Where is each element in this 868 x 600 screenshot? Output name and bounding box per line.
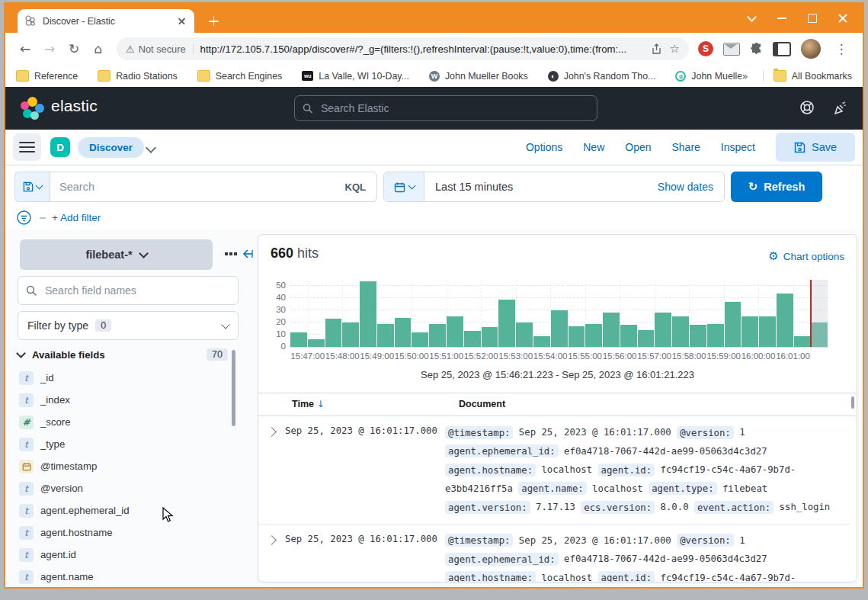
sidebar-extension-icon[interactable] xyxy=(773,42,791,56)
available-fields-header[interactable]: Available fields 70 xyxy=(18,348,228,361)
menu-hamburger-icon[interactable] xyxy=(13,133,41,161)
histogram-bar[interactable] xyxy=(342,322,359,347)
field-name-chip[interactable]: agent.id: xyxy=(598,464,655,476)
field-item-agentephemeralid[interactable]: tagent.ephemeral_id xyxy=(19,499,225,521)
field-search-box[interactable] xyxy=(18,276,239,305)
sidebar-options-icon[interactable] xyxy=(225,252,237,255)
extensions-puzzle-icon[interactable] xyxy=(750,43,763,56)
histogram-chart[interactable] xyxy=(290,280,828,348)
field-name-chip[interactable]: @timestamp: xyxy=(445,534,513,547)
field-name-chip[interactable]: @version: xyxy=(677,534,734,547)
extension-s-icon[interactable]: S xyxy=(698,41,713,56)
bookmark-john-mueller-books[interactable]: gJohn Mueller Books... xyxy=(675,71,741,82)
space-avatar[interactable]: D xyxy=(50,137,70,157)
field-name-chip[interactable]: agent.hostname: xyxy=(445,464,536,476)
new-tab-button[interactable] xyxy=(205,12,223,30)
sort-descending-icon[interactable]: ↓ xyxy=(316,399,324,409)
histogram-bar[interactable] xyxy=(725,302,741,347)
bookmark-search-engines[interactable]: Search Engines xyxy=(197,70,282,82)
field-item-index[interactable]: t_index xyxy=(19,389,225,411)
bookmark-la-valle-wi-10-day[interactable]: wuLa Valle, WI 10-Day... xyxy=(302,71,409,82)
field-name-chip[interactable]: agent.type: xyxy=(649,482,716,495)
window-close-icon[interactable] xyxy=(828,4,858,33)
histogram-bar[interactable] xyxy=(690,325,706,347)
toolbar-link-inspect[interactable]: Inspect xyxy=(721,141,755,153)
histogram-bar[interactable] xyxy=(672,316,689,347)
toolbar-link-new[interactable]: New xyxy=(583,141,604,153)
bookmark-star-icon[interactable]: ☆ xyxy=(670,42,680,56)
field-item-agenthostname[interactable]: tagent.hostname xyxy=(19,521,225,544)
histogram-bar[interactable] xyxy=(412,332,428,347)
sidebar-scrollbar[interactable] xyxy=(232,350,235,426)
field-name-chip[interactable]: agent.ephemeral_id: xyxy=(445,553,559,566)
field-name-chip[interactable]: agent.hostname: xyxy=(445,571,536,582)
histogram-bar[interactable] xyxy=(638,330,655,347)
query-input-box[interactable]: KQL xyxy=(50,172,377,202)
field-item-version[interactable]: t@version xyxy=(19,477,225,499)
histogram-bar[interactable] xyxy=(482,327,498,347)
global-search-box[interactable] xyxy=(294,95,597,121)
forward-icon[interactable]: → xyxy=(39,38,60,59)
not-secure-warning-icon[interactable]: ⚠ xyxy=(126,43,135,55)
toolbar-link-share[interactable]: Share xyxy=(672,141,700,153)
histogram-bar[interactable] xyxy=(794,336,811,347)
breadcrumb-chevron-icon[interactable] xyxy=(146,143,156,153)
field-item-id[interactable]: t_id xyxy=(19,367,225,389)
histogram-bar[interactable] xyxy=(308,339,325,347)
index-pattern-button[interactable]: filebeat-* xyxy=(20,239,213,270)
time-column-header[interactable]: Time ↓ xyxy=(292,399,325,409)
browser-tab[interactable]: Discover - Elastic xyxy=(18,9,194,33)
bookmark-john-s-random-tho[interactable]: ◐John's Random Tho... xyxy=(548,71,656,82)
histogram-bar[interactable] xyxy=(551,310,568,347)
bookmark-john-mueller-books[interactable]: WJohn Mueller Books xyxy=(429,71,528,82)
histogram-bar[interactable] xyxy=(290,332,307,347)
refresh-button[interactable]: ↻ Refresh xyxy=(731,172,822,202)
histogram-bar[interactable] xyxy=(777,294,793,347)
global-search-input[interactable] xyxy=(319,101,589,115)
histogram-bar[interactable] xyxy=(429,324,446,347)
reload-icon[interactable]: ↻ xyxy=(63,38,85,59)
field-item-agentid[interactable]: tagent.id xyxy=(19,544,225,566)
histogram-bar[interactable] xyxy=(447,316,463,347)
table-scrollbar[interactable] xyxy=(851,396,854,409)
share-icon[interactable] xyxy=(651,43,662,55)
window-minimize-icon[interactable] xyxy=(767,4,797,33)
field-name-chip[interactable]: agent.ephemeral_id: xyxy=(445,444,559,457)
profile-avatar[interactable] xyxy=(801,39,821,59)
query-search-input[interactable] xyxy=(50,181,335,193)
show-dates-button[interactable]: Show dates xyxy=(658,172,724,201)
tab-close-icon[interactable] xyxy=(176,15,188,27)
histogram-bar[interactable] xyxy=(585,324,602,347)
chart-options-button[interactable]: ⚙ Chart options xyxy=(768,249,844,263)
histogram-bar[interactable] xyxy=(533,336,550,347)
field-item-agentname[interactable]: tagent.name xyxy=(19,566,225,588)
url-text[interactable]: http://172.105.7.150/app/discover#/?_g=(… xyxy=(200,43,643,55)
field-name-chip[interactable]: @timestamp: xyxy=(445,426,513,439)
field-name-chip[interactable]: ecs.version: xyxy=(581,501,655,514)
elastic-logo-icon[interactable] xyxy=(21,97,45,120)
field-item-timestamp[interactable]: @timestamp xyxy=(19,455,225,477)
histogram-bar[interactable] xyxy=(707,324,724,347)
field-name-chip[interactable]: agent.id: xyxy=(598,571,655,582)
mail-extension-icon[interactable] xyxy=(723,43,740,56)
field-name-chip[interactable]: agent.version: xyxy=(445,501,530,514)
time-range-value[interactable]: Last 15 minutes xyxy=(424,172,658,201)
filter-by-type-select[interactable]: Filter by type 0 xyxy=(18,311,239,340)
saved-query-menu-button[interactable] xyxy=(14,172,50,202)
histogram-bar[interactable] xyxy=(395,318,412,347)
add-filter-button[interactable]: + Add filter xyxy=(52,212,101,223)
histogram-bar[interactable] xyxy=(759,316,776,347)
field-search-input[interactable] xyxy=(43,284,230,297)
expand-row-icon[interactable] xyxy=(267,535,277,545)
histogram-bar[interactable] xyxy=(569,326,585,347)
histogram-bar[interactable] xyxy=(498,300,515,347)
histogram-bar[interactable] xyxy=(516,322,533,347)
save-button[interactable]: Save xyxy=(776,133,855,162)
histogram-bar[interactable] xyxy=(655,313,671,347)
expand-row-icon[interactable] xyxy=(267,427,277,437)
toolbar-link-options[interactable]: Options xyxy=(526,141,562,153)
histogram-bar[interactable] xyxy=(360,281,376,347)
toolbar-link-open[interactable]: Open xyxy=(625,141,651,153)
back-icon[interactable]: ← xyxy=(14,38,36,59)
window-menu-chevron-icon[interactable] xyxy=(736,4,767,33)
